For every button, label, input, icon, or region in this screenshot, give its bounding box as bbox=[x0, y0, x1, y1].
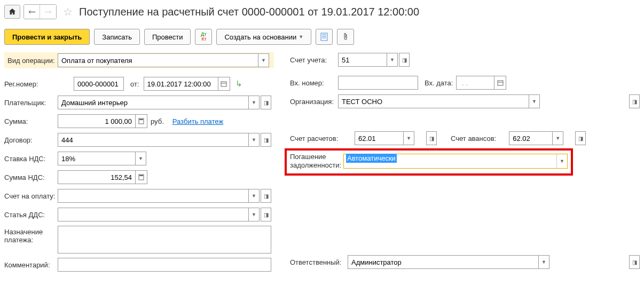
from-label: от: bbox=[130, 80, 139, 88]
svg-rect-10 bbox=[498, 81, 503, 85]
svg-rect-9 bbox=[139, 175, 143, 176]
dds-dropdown[interactable]: ▼ bbox=[249, 208, 260, 221]
contract-dropdown[interactable]: ▼ bbox=[249, 133, 260, 147]
invoice-dropdown[interactable]: ▼ bbox=[249, 189, 260, 203]
sum-label: Сумма: bbox=[4, 117, 58, 125]
calc-account-label: Счет расчетов: bbox=[290, 134, 342, 142]
nav-group: 🡐 🡒 bbox=[23, 4, 57, 19]
debt-repay-dropdown[interactable]: ▼ bbox=[556, 154, 567, 168]
account-row: Счет учета: ▼ ◨ bbox=[290, 52, 640, 67]
svg-rect-0 bbox=[321, 33, 327, 41]
currency-label: руб. bbox=[151, 117, 164, 125]
payer-input[interactable] bbox=[58, 96, 249, 109]
form-col-left: Вид операции: ▼ Рег.номер: от: ↳ Платель… bbox=[4, 52, 274, 276]
check-icon[interactable]: ↳ bbox=[235, 79, 242, 89]
calc-account-dropdown[interactable]: ▼ bbox=[404, 131, 414, 145]
payer-label: Плательщик: bbox=[4, 99, 58, 107]
toolbar: Провести и закрыть Записать Провести ДтК… bbox=[4, 29, 640, 45]
payer-open[interactable]: ◨ bbox=[261, 96, 271, 109]
page-title: Поступление на расчетный счет 0000-00000… bbox=[79, 6, 419, 18]
header-bar: 🡐 🡒 ☆ Поступление на расчетный счет 0000… bbox=[4, 4, 640, 19]
contract-open[interactable]: ◨ bbox=[261, 133, 271, 147]
debt-highlight-box: Погашение задолженности: Автоматически ▼ bbox=[285, 148, 573, 176]
responsible-label: Ответственный: bbox=[290, 258, 348, 266]
home-button[interactable] bbox=[4, 5, 20, 19]
responsible-dropdown[interactable]: ▼ bbox=[539, 255, 549, 269]
vat-sum-label: Сумма НДС: bbox=[4, 173, 58, 181]
invoice-row: Счет на оплату: ▼ ◨ bbox=[4, 188, 274, 203]
responsible-input[interactable] bbox=[348, 255, 539, 269]
chevron-down-icon: ▼ bbox=[299, 34, 303, 39]
sum-input[interactable] bbox=[58, 114, 136, 128]
organization-dropdown[interactable]: ▼ bbox=[529, 94, 540, 108]
create-based-label: Создать на основании bbox=[224, 33, 296, 41]
operation-type-input[interactable] bbox=[58, 53, 258, 67]
create-based-button[interactable]: Создать на основании ▼ bbox=[216, 29, 311, 45]
split-payment-link[interactable]: Разбить платеж bbox=[172, 117, 223, 125]
operation-type-dropdown[interactable]: ▼ bbox=[258, 53, 269, 67]
dtkt-button[interactable]: ДтКт bbox=[195, 29, 212, 45]
dds-open[interactable]: ◨ bbox=[261, 208, 271, 221]
in-number-row: Вх. номер: Вх. дата: bbox=[290, 75, 640, 90]
payer-dropdown[interactable]: ▼ bbox=[249, 96, 260, 109]
comment-row: Комментарий: bbox=[4, 257, 274, 272]
dds-label: Статья ДДС: bbox=[4, 211, 58, 219]
forward-button[interactable]: 🡒 bbox=[40, 5, 56, 19]
responsible-row: Ответственный: ▼ ◨ bbox=[290, 255, 640, 270]
in-date-input[interactable] bbox=[456, 76, 494, 90]
form-col-right: Счет учета: ▼ ◨ Вх. номер: Вх. дата: Орг… bbox=[290, 52, 640, 276]
operation-type-label: Вид операции: bbox=[4, 57, 58, 65]
vat-rate-label: Ставка НДС: bbox=[4, 155, 58, 163]
advance-account-open[interactable]: ◨ bbox=[575, 131, 586, 145]
report-button[interactable] bbox=[316, 29, 333, 45]
accounts-row: Счет расчетов: ▼ ◨ Счет авансов: ▼ ◨ bbox=[290, 131, 640, 146]
organization-row: Организация: ▼ ◨ bbox=[290, 94, 640, 109]
calc-account-input[interactable] bbox=[355, 131, 404, 145]
organization-open[interactable]: ◨ bbox=[629, 94, 640, 108]
operation-type-row: Вид операции: ▼ bbox=[4, 52, 274, 68]
post-button[interactable]: Провести bbox=[144, 29, 191, 45]
in-date-label: Вх. дата: bbox=[425, 79, 453, 87]
contract-input[interactable] bbox=[58, 133, 249, 147]
calc-account-open[interactable]: ◨ bbox=[426, 131, 437, 145]
advance-account-label: Счет авансов: bbox=[451, 134, 496, 142]
purpose-row: Назначение платежа: bbox=[4, 226, 274, 254]
dtkt-icon: ДтКт bbox=[201, 32, 206, 42]
save-button[interactable]: Записать bbox=[94, 29, 140, 45]
invoice-input[interactable] bbox=[58, 189, 249, 203]
vat-sum-input[interactable] bbox=[58, 170, 136, 184]
vat-sum-calc-button[interactable] bbox=[136, 170, 147, 184]
date-calendar-button[interactable] bbox=[218, 77, 230, 91]
advance-account-input[interactable] bbox=[509, 131, 553, 145]
reg-number-label: Рег.номер: bbox=[4, 80, 74, 88]
sum-calc-button[interactable] bbox=[136, 114, 147, 128]
organization-input[interactable] bbox=[338, 94, 529, 108]
debt-repay-label: Погашение задолженности: bbox=[290, 153, 343, 169]
comment-input[interactable] bbox=[58, 258, 271, 272]
attachment-button[interactable] bbox=[337, 29, 354, 45]
contract-label: Договор: bbox=[4, 136, 58, 144]
in-date-calendar-button[interactable] bbox=[494, 76, 506, 90]
in-number-input[interactable] bbox=[338, 76, 418, 90]
favorite-icon[interactable]: ☆ bbox=[63, 5, 73, 18]
dds-input[interactable] bbox=[58, 208, 249, 221]
vat-rate-dropdown[interactable]: ▼ bbox=[136, 152, 146, 165]
account-dropdown[interactable]: ▼ bbox=[387, 53, 398, 67]
purpose-textarea[interactable] bbox=[58, 226, 271, 254]
vat-rate-input[interactable] bbox=[58, 152, 136, 165]
account-input[interactable] bbox=[338, 53, 387, 67]
post-and-close-button[interactable]: Провести и закрыть bbox=[4, 29, 90, 45]
debt-repay-value: Автоматически bbox=[346, 154, 397, 163]
debt-repay-field[interactable]: Автоматически ▼ bbox=[343, 154, 568, 169]
invoice-open[interactable]: ◨ bbox=[261, 189, 271, 203]
contract-row: Договор: ▼ ◨ bbox=[4, 132, 274, 147]
reg-number-input[interactable] bbox=[74, 77, 124, 91]
svg-rect-4 bbox=[221, 82, 226, 86]
advance-account-dropdown[interactable]: ▼ bbox=[553, 131, 563, 145]
account-open[interactable]: ◨ bbox=[399, 53, 410, 67]
vat-rate-row: Ставка НДС: ▼ bbox=[4, 151, 274, 166]
sum-row: Сумма: руб. Разбить платеж bbox=[4, 114, 274, 129]
responsible-open[interactable]: ◨ bbox=[629, 255, 640, 269]
back-button[interactable]: 🡐 bbox=[24, 5, 40, 19]
date-input[interactable] bbox=[144, 77, 218, 91]
